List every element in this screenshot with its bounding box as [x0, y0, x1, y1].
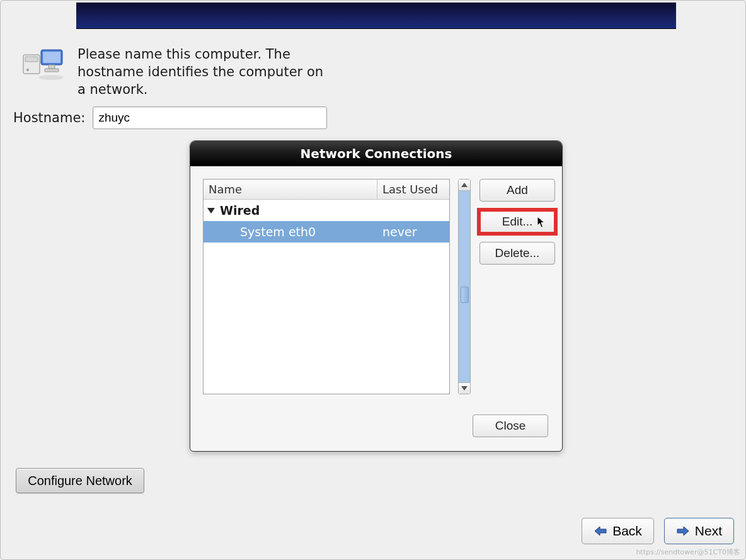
next-button[interactable]: Next — [664, 518, 734, 544]
row-last-used: never — [377, 225, 449, 239]
delete-button[interactable]: Delete... — [479, 242, 555, 265]
svg-rect-5 — [49, 65, 55, 69]
arrow-left-icon — [594, 525, 607, 537]
svg-point-2 — [26, 69, 29, 71]
svg-rect-4 — [43, 52, 60, 63]
scroll-track[interactable] — [459, 191, 470, 382]
scroll-thumb[interactable] — [461, 287, 469, 303]
network-connections-dialog: Network Connections Name Last Used Wired… — [190, 140, 563, 452]
scrollbar[interactable] — [458, 179, 471, 394]
expand-triangle-icon[interactable] — [207, 208, 215, 214]
column-name[interactable]: Name — [204, 180, 377, 200]
back-label: Back — [612, 523, 642, 539]
group-label: Wired — [220, 203, 260, 217]
svg-point-7 — [38, 75, 64, 80]
svg-rect-6 — [45, 69, 59, 72]
watermark: https://sendtower@51CT0博客 — [636, 547, 740, 557]
configure-network-button[interactable]: Configure Network — [16, 468, 144, 493]
arrow-right-icon — [676, 525, 690, 537]
table-header: Name Last Used — [204, 180, 449, 200]
table-row[interactable]: System eth0 never — [204, 221, 449, 243]
column-last-used[interactable]: Last Used — [377, 180, 449, 200]
installer-banner — [76, 3, 676, 29]
hostname-row: Hostname: — [13, 106, 327, 129]
intro-row: Please name this computer. The hostname … — [20, 46, 330, 99]
close-button[interactable]: Close — [473, 414, 548, 437]
scroll-up-button[interactable] — [459, 180, 470, 191]
computer-network-icon — [20, 46, 65, 81]
hostname-label: Hostname: — [13, 110, 85, 125]
add-button[interactable]: Add — [479, 179, 555, 202]
edit-button[interactable]: Edit... — [479, 210, 555, 233]
group-wired[interactable]: Wired — [204, 200, 449, 221]
cursor-icon — [537, 216, 546, 232]
chevron-down-icon — [461, 386, 468, 391]
scroll-down-button[interactable] — [459, 382, 470, 394]
next-label: Next — [695, 523, 722, 539]
connections-table: Name Last Used Wired System eth0 never — [203, 179, 450, 394]
intro-text: Please name this computer. The hostname … — [77, 46, 330, 99]
dialog-title: Network Connections — [190, 141, 562, 166]
hostname-input[interactable] — [93, 106, 327, 129]
row-name: System eth0 — [204, 225, 377, 239]
back-button[interactable]: Back — [582, 518, 654, 544]
svg-rect-1 — [25, 57, 38, 62]
chevron-up-icon — [461, 183, 468, 187]
edit-button-label: Edit... — [502, 215, 533, 229]
